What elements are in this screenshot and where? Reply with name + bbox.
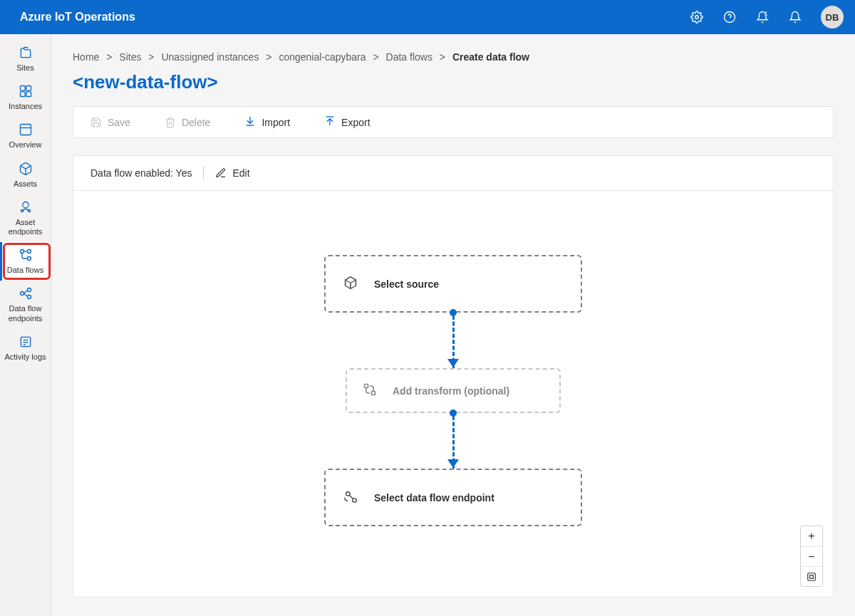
sidebar-item-data-flow-endpoints[interactable]: Data flow endpoints	[0, 281, 51, 328]
svg-marker-30	[447, 359, 459, 367]
breadcrumb-dataflows[interactable]: Data flows	[386, 51, 432, 63]
svg-line-21	[24, 293, 27, 296]
svg-point-35	[353, 498, 357, 503]
delete-label: Delete	[182, 117, 210, 128]
svg-line-20	[24, 291, 27, 293]
breadcrumb-sep: >	[106, 51, 112, 63]
svg-point-19	[27, 296, 31, 299]
zoom-in-button[interactable]: +	[801, 526, 822, 546]
svg-rect-6	[26, 92, 31, 97]
export-icon	[324, 115, 336, 129]
edit-button[interactable]: Edit	[215, 167, 249, 179]
divider	[203, 166, 204, 180]
export-label: Export	[341, 117, 370, 128]
svg-point-12	[28, 209, 30, 212]
sidebar-item-asset-endpoints[interactable]: Asset endpoints	[0, 194, 51, 242]
sidebar-item-label: Assets	[14, 179, 37, 189]
canvas-card: Data flow enabled: Yes Edit Se	[73, 155, 834, 597]
import-label: Import	[261, 117, 290, 128]
topbar-actions: DB	[687, 6, 844, 28]
svg-rect-7	[20, 125, 31, 135]
asset-endpoints-icon	[19, 200, 33, 216]
sidebar-item-label: Activity logs	[4, 353, 46, 362]
svg-marker-33	[447, 459, 459, 468]
endpoint-icon	[343, 489, 358, 506]
overview-icon	[19, 122, 33, 139]
sidebar-item-label: Overview	[9, 140, 42, 150]
sidebar-item-label: Data flow endpoints	[1, 304, 49, 323]
sidebar-item-instances[interactable]: Instances	[0, 78, 51, 117]
cube-icon	[343, 275, 358, 293]
sidebar-item-label: Sites	[16, 63, 33, 73]
transform-icon	[363, 382, 377, 399]
zoom-fit-button[interactable]	[801, 566, 822, 586]
select-source-label: Select source	[374, 278, 439, 290]
breadcrumb-home[interactable]: Home	[73, 51, 99, 63]
settings-icon[interactable]	[687, 7, 707, 27]
svg-point-1	[725, 12, 735, 23]
svg-rect-31	[365, 385, 368, 388]
connector-arrow	[452, 413, 454, 469]
activity-logs-icon	[19, 335, 33, 351]
whats-new-icon[interactable]	[752, 7, 772, 27]
svg-point-0	[695, 16, 699, 19]
svg-point-15	[27, 250, 31, 254]
export-button[interactable]: Export	[324, 115, 370, 129]
assets-icon	[19, 162, 33, 178]
select-source-node[interactable]: Select source	[324, 255, 582, 313]
svg-point-18	[27, 288, 31, 292]
sidebar-item-assets[interactable]: Assets	[0, 156, 51, 194]
breadcrumb-sep: >	[148, 51, 154, 63]
flow-graph: Select source	[324, 255, 582, 526]
breadcrumb-current: Create data flow	[452, 51, 529, 63]
toolbar: Save Delete Import Export	[73, 106, 834, 138]
import-icon	[244, 115, 256, 129]
add-transform-label: Add transform (optional)	[393, 385, 509, 397]
zoom-controls: + −	[800, 526, 823, 587]
breadcrumb-sites[interactable]: Sites	[119, 51, 141, 63]
breadcrumb-sep: >	[373, 51, 378, 63]
sidebar-item-label: Data flows	[7, 266, 43, 275]
instances-icon	[19, 84, 33, 100]
svg-point-13	[20, 250, 24, 254]
svg-point-10	[22, 202, 28, 207]
avatar[interactable]: DB	[821, 6, 844, 28]
svg-rect-32	[372, 392, 375, 395]
svg-point-34	[346, 492, 351, 496]
delete-button[interactable]: Delete	[165, 117, 210, 128]
breadcrumb-instance[interactable]: congenial-capybara	[279, 51, 366, 63]
sidebar-item-label: Instances	[9, 102, 42, 111]
add-transform-node[interactable]: Add transform (optional)	[346, 368, 561, 413]
enabled-bar: Data flow enabled: Yes Edit	[73, 156, 833, 191]
sidebar-item-activity-logs[interactable]: Activity logs	[0, 329, 51, 367]
import-button[interactable]: Import	[244, 115, 290, 129]
sidebar-item-data-flows[interactable]: Data flows	[0, 242, 51, 281]
data-flows-icon	[19, 248, 33, 264]
save-label: Save	[108, 117, 130, 128]
svg-rect-36	[808, 573, 816, 580]
svg-rect-37	[810, 575, 814, 578]
svg-point-17	[20, 292, 24, 296]
svg-rect-5	[20, 92, 25, 97]
page-title: <new-data-flow>	[73, 71, 834, 93]
select-endpoint-node[interactable]: Select data flow endpoint	[324, 469, 582, 526]
connector-arrow	[452, 313, 454, 368]
notifications-icon[interactable]	[785, 7, 805, 27]
svg-rect-3	[20, 86, 25, 91]
sidebar-item-overview[interactable]: Overview	[0, 117, 51, 155]
sites-icon	[19, 46, 33, 62]
data-flow-enabled-status: Data flow enabled: Yes	[90, 167, 192, 179]
help-icon[interactable]	[720, 7, 740, 27]
zoom-out-button[interactable]: −	[801, 546, 822, 566]
breadcrumb: Home > Sites > Unassigned instances > co…	[73, 51, 834, 63]
canvas[interactable]: Select source	[73, 191, 833, 597]
sidebar-item-label: Asset endpoints	[1, 218, 49, 236]
breadcrumb-unassigned[interactable]: Unassigned instances	[161, 51, 259, 63]
sidebar-item-sites[interactable]: Sites	[0, 40, 51, 78]
breadcrumb-sep: >	[266, 51, 271, 63]
save-button[interactable]: Save	[90, 117, 130, 128]
edit-label: Edit	[232, 167, 249, 179]
data-flow-endpoints-icon	[19, 286, 33, 303]
brand-title: Azure IoT Operations	[20, 11, 687, 24]
breadcrumb-sep: >	[440, 51, 445, 63]
